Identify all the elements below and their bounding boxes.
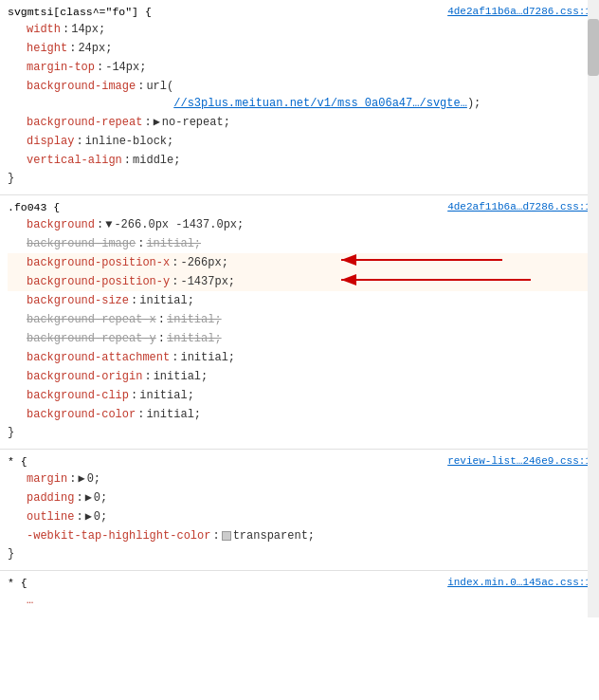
prop-name-bg-repeat-y: background-repeat-y (27, 330, 156, 347)
triangle-icon-outline[interactable]: ▶ (85, 510, 92, 524)
prop-bg-clip: background-clip : initial; (8, 386, 591, 405)
css-rule-panel-1: svgmtsi[class^="fo"] { 4de2af11b6a…d7286… (0, 0, 599, 195)
prop-value-bg-img: initial; (146, 235, 201, 252)
prop-webkit-tap: -webkit-tap-highlight-color : transparen… (8, 526, 591, 545)
prop-value-padding: ▶0; (85, 489, 108, 507)
prop-background: background : ▼-266.0px -1437.0px; (8, 215, 591, 234)
prop-bg-repeat-y: background-repeat-y : initial; (8, 329, 591, 348)
colon: : (69, 470, 76, 488)
prop-name-bg-img: background-image (27, 235, 136, 252)
prop-name-vertical-align: vertical-align (27, 152, 122, 169)
prop-padding: padding : ▶0; (8, 488, 591, 507)
prop-value-bg-pos-y: -1437px; (180, 273, 235, 290)
prop-value-bg-clip: initial; (139, 387, 194, 404)
colon: : (172, 273, 178, 290)
colon: : (137, 235, 144, 252)
colon: : (76, 133, 82, 150)
prop-name-margin-top: margin-top (27, 59, 95, 76)
close-brace-3: } (0, 545, 599, 562)
colon: : (172, 254, 178, 271)
selector-2: .fo043 { (8, 201, 60, 213)
scrollbar[interactable] (588, 0, 599, 617)
triangle-icon-margin[interactable]: ▶ (78, 472, 84, 486)
file-ref-2[interactable]: 4de2af11b6a…d7286.css:1 (447, 201, 591, 212)
prop-value-width: 14px; (71, 21, 105, 38)
prop-bg-image: background-image : url( //s3plus.meituan… (8, 77, 591, 113)
colon: : (131, 292, 137, 309)
prop-name-bg-repeat-x: background-repeat-x (27, 311, 156, 328)
close-brace-2: } (0, 424, 599, 441)
selector-1: svgmtsi[class^="fo"] { (8, 6, 152, 18)
prop-background-image: background-image : initial; (8, 234, 591, 253)
colon: : (144, 114, 151, 131)
prop-width: width : 14px; (8, 20, 591, 39)
prop-name-outline: outline (27, 508, 74, 525)
prop-value-bg-repeat-y: initial; (167, 330, 222, 347)
css-rule-panel-4: * { index.min.0…145ac.css:1 … (0, 571, 599, 617)
file-ref-1[interactable]: 4de2af11b6a…d7286.css:1 (447, 6, 591, 17)
colon: : (97, 216, 103, 233)
prop-name-bg-clip: background-clip (27, 387, 129, 404)
prop-value-bg-pos-x: -266px; (180, 254, 227, 271)
prop-bg-pos-y: background-position-y : -1437px; (8, 272, 591, 291)
prop-name-bg-origin: background-origin (27, 368, 142, 385)
prop-name-width: width (27, 21, 61, 38)
prop-height: height : 24px; (8, 39, 591, 58)
panel-4-header: * { index.min.0…145ac.css:1 (0, 577, 599, 591)
prop-value-bg-color: initial; (146, 406, 201, 423)
prop-bg-repeat-x: background-repeat-x : initial; (8, 310, 591, 329)
prop-name-display: display (27, 133, 74, 150)
color-swatch-transparent[interactable] (222, 531, 231, 541)
prop-name-bg-pos-x: background-position-x (27, 254, 170, 271)
triangle-icon[interactable]: ▶ (154, 116, 160, 129)
file-ref-3[interactable]: review-list…246e9.css:1 (447, 455, 591, 467)
colon: : (97, 59, 103, 76)
prop-bg-origin: background-origin : initial; (8, 367, 591, 386)
colon: : (76, 489, 82, 507)
prop-bg-attachment: background-attachment : initial; (8, 348, 591, 367)
prop-name-padding: padding (27, 489, 74, 507)
prop-name-bg-size: background-size (27, 292, 129, 309)
triangle-down-icon[interactable]: ▼ (105, 218, 112, 231)
prop-name-bg-color: background-color (27, 406, 136, 423)
prop-name-bg-repeat: background-repeat (27, 114, 142, 131)
triangle-icon-padding[interactable]: ▶ (85, 491, 92, 505)
colon: : (137, 406, 144, 423)
colon: : (144, 368, 151, 385)
prop-value-vertical-align: middle; (133, 152, 180, 169)
colon: : (158, 330, 165, 347)
prop-value-display: inline-block; (85, 133, 174, 150)
url-link[interactable]: //s3plus.meituan.net/v1/mss_0a06a47…/svg… (173, 97, 467, 110)
selector-3: * { (8, 455, 27, 468)
prop-name-margin: margin (27, 470, 67, 488)
file-ref-4[interactable]: index.min.0…145ac.css:1 (447, 577, 591, 588)
css-rule-panel-3: * { review-list…246e9.css:1 margin : ▶0;… (0, 450, 599, 571)
selector-4: * { (8, 577, 27, 589)
prop-value-outline: ▶0; (85, 508, 108, 525)
prop-name-bg-attachment: background-attachment (27, 349, 170, 366)
css-block-4: … (0, 591, 599, 610)
prop-name-height: height (27, 40, 67, 57)
prop-value-margin: ▶0; (78, 470, 100, 488)
prop-name-background: background (27, 216, 95, 233)
css-panel-container: svgmtsi[class^="fo"] { 4de2af11b6a…d7286… (0, 0, 599, 617)
prop-value-bg-image: url( //s3plus.meituan.net/v1/mss_0a06a47… (146, 78, 481, 112)
colon: : (212, 527, 219, 544)
prop-value-bg-attachment: initial; (180, 349, 235, 366)
colon: : (124, 152, 131, 169)
prop-bg-pos-x: background-position-x : -266px; (8, 253, 591, 272)
prop-partial: … (8, 591, 591, 610)
prop-value-margin-top: -14px; (105, 59, 146, 76)
prop-outline: outline : ▶0; (8, 507, 591, 526)
prop-vertical-align: vertical-align : middle; (8, 151, 591, 170)
panel-2-header: .fo043 { 4de2af11b6a…d7286.css:1 (0, 201, 599, 215)
colon: : (76, 508, 82, 525)
prop-name-bg-pos-y: background-position-y (27, 273, 170, 290)
colon: : (131, 387, 137, 404)
panel-1-header: svgmtsi[class^="fo"] { 4de2af11b6a…d7286… (0, 6, 599, 20)
scrollbar-thumb[interactable] (588, 19, 599, 76)
prop-value-background: ▼-266.0px -1437.0px; (105, 216, 244, 233)
prop-bg-repeat: background-repeat : ▶no-repeat; (8, 113, 591, 132)
prop-name-bg-image: background-image (27, 78, 136, 95)
colon: : (158, 311, 165, 328)
